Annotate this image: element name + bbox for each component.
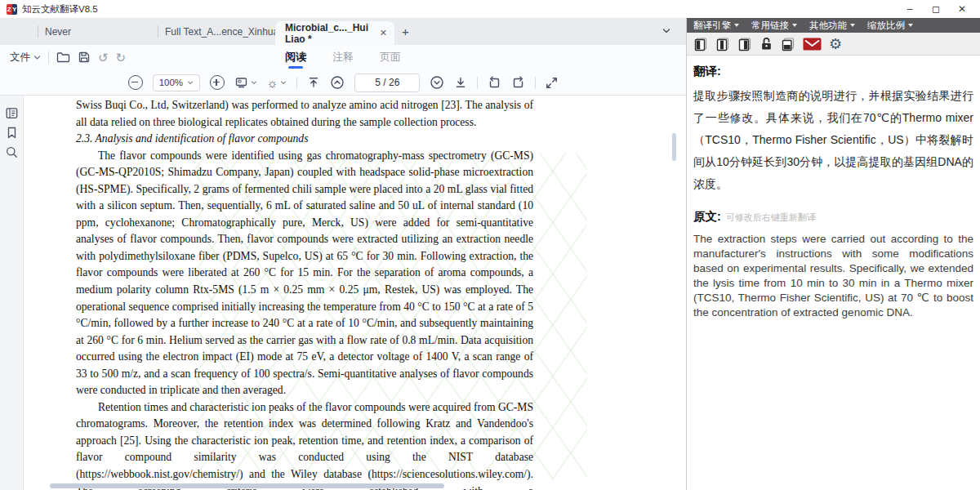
translation-label: 翻译: xyxy=(693,64,973,79)
bookmark-icon[interactable] xyxy=(5,126,19,140)
toolbar-divider xyxy=(48,51,49,64)
page-layout-dropdown[interactable] xyxy=(234,76,257,89)
horizontal-scrollbar-thumb[interactable] xyxy=(50,483,444,488)
brightness-dropdown[interactable]: ☼ xyxy=(267,77,287,89)
menu-label: 翻译引擎 xyxy=(693,20,731,32)
original-label: 原文: xyxy=(693,209,721,225)
layout-left-icon[interactable] xyxy=(693,37,708,51)
tab-label: Never xyxy=(45,26,71,38)
view-mode-tabs: 阅读 注释 页面 xyxy=(284,45,402,69)
menu-translation-engine[interactable]: 翻译引擎 xyxy=(693,20,739,32)
layout-right-icon[interactable] xyxy=(737,37,752,51)
pdf-controls-row: 100% ☼ xyxy=(0,69,686,96)
menu-label: 缩放比例 xyxy=(867,20,905,32)
previous-page-button[interactable] xyxy=(330,75,345,90)
pdf-page-text: Swiss Buqi Co., Ltd, Switzerland) was pe… xyxy=(76,97,533,490)
tab-close-icon[interactable]: ✕ xyxy=(380,28,387,38)
translation-menu-bar: 翻译引擎 常用链接 其他功能 缩放比例 xyxy=(687,18,980,33)
layout-center-icon[interactable] xyxy=(715,37,730,51)
page-number-input[interactable] xyxy=(354,74,420,92)
undo-icon[interactable]: ↺ xyxy=(98,51,109,64)
reader-toolbar: 文件 ↺ ↻ 阅读 xyxy=(0,45,686,96)
pdf-paragraph-3: Retention times and characteristic ion p… xyxy=(76,399,533,490)
minimize-button[interactable]: – xyxy=(897,0,923,18)
fullscreen-expand-button[interactable] xyxy=(546,77,558,89)
zoom-level-dropdown[interactable]: 100% xyxy=(153,74,200,91)
document-tab-bar: Never Full Text_A...ence_Xinhua Microbia… xyxy=(0,18,686,45)
tab-separator xyxy=(158,25,158,38)
menu-zoom-ratio[interactable]: 缩放比例 xyxy=(867,20,913,32)
tab-label: Full Text_A...ence_Xinhua xyxy=(165,26,278,38)
toolbar-divider xyxy=(296,77,297,89)
unlock-icon[interactable] xyxy=(760,37,773,51)
menu-label: 常用链接 xyxy=(751,20,789,32)
tab-list-chevron-down-icon[interactable] xyxy=(662,26,671,36)
maximize-button[interactable]: ◻ xyxy=(923,0,949,18)
tab-page[interactable]: 页面 xyxy=(379,47,402,68)
pdf-paragraph-1: Swiss Buqi Co., Ltd, Switzerland) was pe… xyxy=(76,97,533,131)
left-sidebar xyxy=(0,96,24,490)
thumbnails-icon[interactable] xyxy=(5,106,19,120)
pdf-section-heading: 2.3. Analysis and identification of flav… xyxy=(76,131,533,148)
pdf-paragraph-2: The flavor compounds were identified usi… xyxy=(76,148,533,399)
chevron-down-icon xyxy=(33,54,41,61)
logo-letter-y: Y xyxy=(12,4,18,15)
go-to-top-button[interactable] xyxy=(307,76,320,89)
tab-annotate[interactable]: 注释 xyxy=(332,47,354,68)
zoom-out-button[interactable] xyxy=(128,75,143,90)
translation-text: 提取步骤按照制造商的说明进行，并根据实验结果进行了一些修改。具体来说，我们在70… xyxy=(693,85,973,195)
menu-other-functions[interactable]: 其他功能 xyxy=(809,20,855,32)
app-logo-icon: Z Y xyxy=(7,4,17,15)
tab-read[interactable]: 阅读 xyxy=(284,47,307,68)
translation-panel: 翻译引擎 常用链接 其他功能 缩放比例 xyxy=(686,18,980,490)
chevron-down-icon xyxy=(187,79,194,86)
tab-microbial-active[interactable]: Microbial_c..._Hui Liao * ✕ xyxy=(275,21,394,45)
app-window: Z Y 知云文献翻译V8.5 – ◻ ✕ Never Full Text_A..… xyxy=(0,0,980,490)
close-button[interactable]: ✕ xyxy=(949,0,975,18)
zoom-in-button[interactable] xyxy=(210,75,225,90)
vertical-scrollbar-thumb[interactable] xyxy=(672,133,676,161)
pdf-reader-pane: Never Full Text_A...ence_Xinhua Microbia… xyxy=(0,18,686,490)
tab-fulltext[interactable]: Full Text_A...ence_Xinhua xyxy=(165,18,278,45)
pdf-page-viewport: Swiss Buqi Co., Ltd, Switzerland) was pe… xyxy=(24,96,686,490)
open-file-icon[interactable] xyxy=(56,51,70,64)
tab-separator xyxy=(38,25,38,38)
translation-content: 翻译: 提取步骤按照制造商的说明进行，并根据实验结果进行了一些修改。具体来说，我… xyxy=(687,56,980,490)
search-icon[interactable] xyxy=(5,145,19,159)
caret-down-icon xyxy=(908,24,913,27)
original-text[interactable]: The extraction steps were carried out ac… xyxy=(693,232,973,320)
previous-view-button[interactable] xyxy=(488,76,501,90)
redo-icon[interactable]: ↻ xyxy=(116,51,127,64)
save-icon[interactable] xyxy=(78,51,91,64)
toolbar-divider xyxy=(535,77,536,89)
file-menu-button[interactable]: 文件 xyxy=(10,51,41,65)
chevron-down-icon xyxy=(251,79,257,86)
caret-down-icon xyxy=(734,24,739,27)
settings-gear-icon[interactable]: ⚙ xyxy=(829,37,842,51)
copy-pages-icon[interactable] xyxy=(781,37,795,51)
tab-label: Microbial_c..._Hui Liao * xyxy=(285,22,375,45)
menu-common-links[interactable]: 常用链接 xyxy=(751,20,797,32)
file-menu-label: 文件 xyxy=(10,51,30,65)
original-hint: 可修改后右键重新翻译 xyxy=(726,212,816,224)
tab-never[interactable]: Never xyxy=(45,18,71,45)
chevron-down-icon xyxy=(280,79,287,86)
toolbar-divider xyxy=(477,77,478,89)
page-layout-icon xyxy=(234,76,248,89)
app-title: 知云文献翻译V8.5 xyxy=(22,3,98,16)
mail-icon[interactable] xyxy=(803,38,822,51)
new-tab-button[interactable]: + xyxy=(402,18,409,45)
caret-down-icon xyxy=(792,24,797,27)
brightness-sun-icon: ☼ xyxy=(267,77,278,89)
menu-label: 其他功能 xyxy=(809,20,847,32)
translation-toolbar: ⚙ xyxy=(687,33,980,56)
zoom-level-value: 100% xyxy=(159,78,183,87)
go-to-bottom-button[interactable] xyxy=(454,76,467,89)
title-bar: Z Y 知云文献翻译V8.5 – ◻ ✕ xyxy=(0,0,980,18)
next-page-button[interactable] xyxy=(430,75,444,90)
caret-down-icon xyxy=(850,24,855,27)
next-view-button[interactable] xyxy=(511,76,525,90)
window-controls: – ◻ ✕ xyxy=(897,0,975,18)
